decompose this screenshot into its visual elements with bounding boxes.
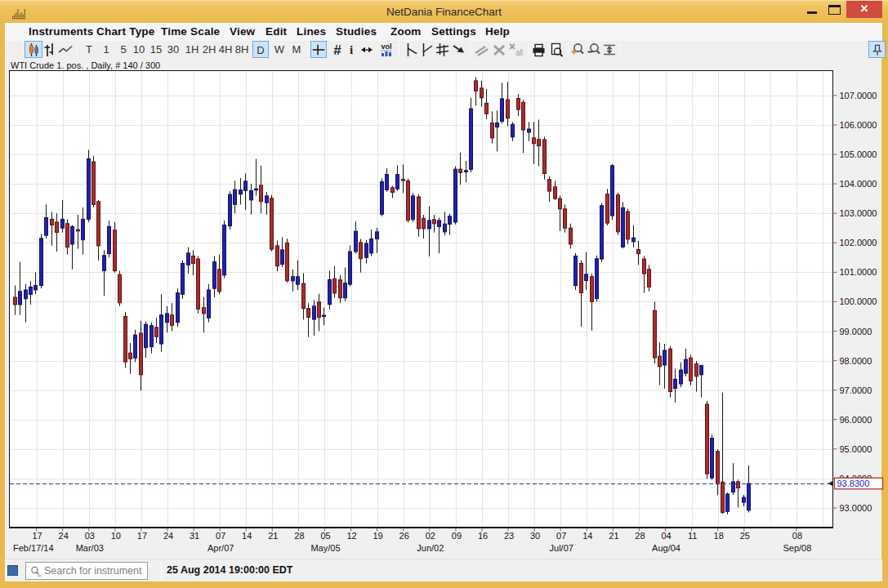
svg-text:106.0000: 106.0000 — [840, 120, 877, 130]
svg-text:18: 18 — [714, 531, 724, 541]
svg-text:04: 04 — [661, 531, 671, 541]
svg-text:Sep/08: Sep/08 — [783, 543, 811, 553]
svg-text:103.0000: 103.0000 — [840, 208, 877, 218]
svg-text:21: 21 — [268, 531, 278, 541]
svg-text:95.0000: 95.0000 — [840, 444, 872, 454]
svg-text:104.0000: 104.0000 — [840, 179, 877, 189]
svg-text:93.0000: 93.0000 — [840, 503, 872, 513]
svg-text:12: 12 — [346, 531, 356, 541]
svg-text:24: 24 — [59, 531, 69, 541]
svg-text:23: 23 — [504, 531, 514, 541]
svg-text:17: 17 — [32, 531, 42, 541]
svg-text:96.0000: 96.0000 — [840, 415, 872, 425]
svg-text:105.0000: 105.0000 — [840, 149, 877, 159]
svg-text:Jun/02: Jun/02 — [417, 543, 444, 553]
svg-text:30: 30 — [530, 531, 540, 541]
svg-text:93.8300: 93.8300 — [837, 479, 870, 488]
svg-text:102.0000: 102.0000 — [840, 238, 877, 247]
svg-text:03: 03 — [85, 531, 95, 541]
svg-text:26: 26 — [399, 531, 409, 541]
svg-text:19: 19 — [373, 531, 382, 541]
svg-text:28: 28 — [294, 531, 304, 541]
svg-text:31: 31 — [190, 531, 199, 541]
svg-text:May/05: May/05 — [310, 543, 340, 553]
svg-text:14: 14 — [582, 531, 592, 541]
svg-text:21: 21 — [609, 531, 618, 541]
svg-text:Feb/17/14: Feb/17/14 — [13, 543, 54, 553]
svg-text:107.0000: 107.0000 — [840, 91, 877, 100]
svg-text:Aug/04: Aug/04 — [652, 543, 681, 553]
svg-text:07: 07 — [216, 531, 225, 541]
svg-text:100.0000: 100.0000 — [840, 296, 877, 306]
svg-text:07: 07 — [556, 531, 566, 541]
svg-text:05: 05 — [320, 531, 330, 541]
svg-text:Jul/07: Jul/07 — [550, 543, 573, 553]
svg-text:16: 16 — [478, 531, 488, 541]
svg-text:28: 28 — [635, 531, 645, 541]
svg-text:02: 02 — [426, 531, 435, 541]
svg-text:24: 24 — [163, 531, 173, 541]
svg-text:99.0000: 99.0000 — [840, 327, 872, 336]
svg-text:09: 09 — [452, 531, 462, 541]
svg-text:14: 14 — [242, 531, 252, 541]
svg-text:11: 11 — [688, 531, 697, 541]
svg-text:10: 10 — [111, 531, 121, 541]
svg-text:98.0000: 98.0000 — [840, 356, 872, 366]
svg-text:WTI Crude 1. pos. , Daily, # 1: WTI Crude 1. pos. , Daily, # 140 / 300 — [11, 60, 160, 70]
svg-text:Apr/07: Apr/07 — [207, 543, 234, 553]
svg-text:101.0000: 101.0000 — [840, 267, 877, 277]
svg-text:97.0000: 97.0000 — [840, 385, 872, 395]
svg-text:17: 17 — [137, 531, 147, 541]
svg-text:08: 08 — [792, 531, 802, 541]
svg-text:25: 25 — [740, 531, 750, 541]
svg-text:Mar/03: Mar/03 — [76, 543, 104, 553]
